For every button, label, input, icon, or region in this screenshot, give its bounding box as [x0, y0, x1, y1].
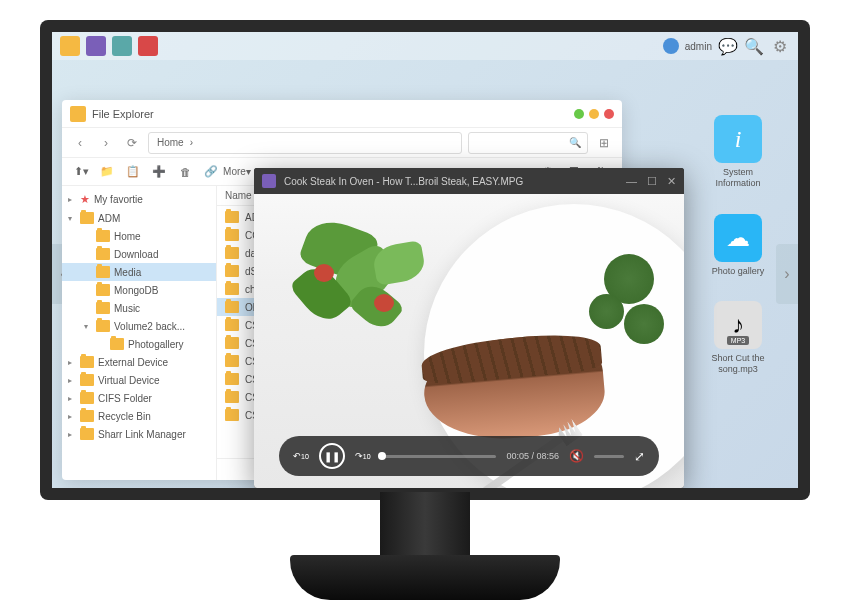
tree-item[interactable]: ▸Sharr Link Manager [62, 425, 216, 443]
folder-icon [225, 391, 239, 403]
folder-icon [110, 338, 124, 350]
maximize-button[interactable]: ☐ [647, 175, 657, 188]
minimize-button[interactable]: — [626, 175, 637, 188]
tree-toggle-icon[interactable]: ▸ [68, 358, 76, 367]
minimize-button[interactable] [574, 109, 584, 119]
desktop-icon-mp3-file[interactable]: ♪ Short Cut the song.mp3 [708, 301, 768, 375]
taskbar-app-video[interactable] [86, 36, 106, 56]
tree-toggle-icon[interactable]: ▾ [68, 214, 76, 223]
fullscreen-button[interactable]: ⤢ [634, 449, 645, 464]
file-explorer-titlebar[interactable]: File Explorer [62, 100, 622, 128]
close-button[interactable] [604, 109, 614, 119]
tree-item[interactable]: Media [62, 263, 216, 281]
skip-forward-button[interactable]: ↷10 [355, 451, 371, 461]
upload-button[interactable]: ⬆▾ [70, 162, 92, 182]
desktop-icon-label: System Information [708, 167, 768, 189]
video-title: Cook Steak In Oven - How T...Broil Steak… [284, 176, 618, 187]
tree-item[interactable]: ▸Recycle Bin [62, 407, 216, 425]
folder-icon [80, 410, 94, 422]
folder-icon [96, 284, 110, 296]
monitor-bezel: admin 💬 🔍 ⚙ ‹ › i System Information ☁ P… [40, 20, 810, 500]
desktop-icons: i System Information ☁ Photo gallery ♪ S… [708, 115, 768, 375]
close-button[interactable]: ✕ [667, 175, 676, 188]
tree-item[interactable]: MongoDB [62, 281, 216, 299]
tree-toggle-icon[interactable]: ▾ [84, 322, 92, 331]
volume-slider[interactable] [594, 455, 624, 458]
tree-toggle-icon[interactable]: ▸ [68, 195, 76, 204]
taskbar-messages-icon[interactable]: 💬 [718, 36, 738, 56]
pause-button[interactable]: ❚❚ [319, 443, 345, 469]
grid-view-button[interactable]: ⊞ [594, 133, 614, 153]
tree-toggle-icon[interactable]: ▸ [68, 376, 76, 385]
folder-icon [96, 266, 110, 278]
user-avatar-icon [663, 38, 679, 54]
tree-item-label: Home [114, 231, 141, 242]
folder-icon [96, 230, 110, 242]
tree-item[interactable]: ▾ADM [62, 209, 216, 227]
folder-icon [80, 356, 94, 368]
new-folder-button[interactable]: 📁 [96, 162, 118, 182]
desktop-icon-label: Short Cut the song.mp3 [708, 353, 768, 375]
folder-icon [96, 302, 110, 314]
folder-icon [225, 409, 239, 421]
folder-icon [80, 374, 94, 386]
taskbar-user[interactable]: admin [663, 38, 712, 54]
mp3-file-icon: ♪ [714, 301, 762, 349]
video-viewport[interactable]: ↶10 ❚❚ ↷10 00:05 / 08:56 🔇 ⤢ [254, 194, 684, 488]
volume-icon[interactable]: 🔇 [569, 449, 584, 463]
video-player-app-icon [262, 174, 276, 188]
copy-button[interactable]: 📋 [122, 162, 144, 182]
add-button[interactable]: ➕ [148, 162, 170, 182]
folder-icon [80, 428, 94, 440]
breadcrumb[interactable]: Home › [148, 132, 462, 154]
taskbar-app-music[interactable] [138, 36, 158, 56]
video-controls: ↶10 ❚❚ ↷10 00:05 / 08:56 🔇 ⤢ [279, 436, 659, 476]
taskbar-app-file-explorer[interactable] [60, 36, 80, 56]
tree-item[interactable]: Music [62, 299, 216, 317]
taskbar: admin 💬 🔍 ⚙ [52, 32, 798, 60]
folder-icon [225, 247, 239, 259]
tree-item-label: Photogallery [128, 339, 184, 350]
monitor-base [290, 555, 560, 600]
tree-item[interactable]: Photogallery [62, 335, 216, 353]
folder-icon [96, 248, 110, 260]
tree-item[interactable]: Home [62, 227, 216, 245]
tree-item[interactable]: ▸External Device [62, 353, 216, 371]
tree-item[interactable]: ▸CIFS Folder [62, 389, 216, 407]
taskbar-settings-icon[interactable]: ⚙ [770, 36, 790, 56]
delete-button[interactable]: 🗑 [174, 162, 196, 182]
tree-toggle-icon[interactable]: ▸ [68, 412, 76, 421]
video-player-titlebar[interactable]: Cook Steak In Oven - How T...Broil Steak… [254, 168, 684, 194]
tree-item[interactable]: ▾Volume2 back... [62, 317, 216, 335]
share-button[interactable]: 🔗 [200, 162, 222, 182]
desktop-icon-photo-gallery[interactable]: ☁ Photo gallery [708, 214, 768, 277]
search-input[interactable]: 🔍 [468, 132, 588, 154]
tree-item-label: MongoDB [114, 285, 158, 296]
nav-back-button[interactable]: ‹ [70, 133, 90, 153]
skip-back-button[interactable]: ↶10 [293, 451, 309, 461]
nav-forward-button[interactable]: › [96, 133, 116, 153]
tree-item-label: Download [114, 249, 158, 260]
nav-refresh-button[interactable]: ⟳ [122, 133, 142, 153]
breadcrumb-item: Home [157, 137, 184, 148]
taskbar-search-icon[interactable]: 🔍 [744, 36, 764, 56]
progress-thumb[interactable] [378, 452, 386, 460]
desktop-screen: admin 💬 🔍 ⚙ ‹ › i System Information ☁ P… [52, 32, 798, 488]
folder-icon [96, 320, 110, 332]
info-icon: i [714, 115, 762, 163]
folder-tree: ▸★My favortie▾ADMHomeDownloadMediaMongoD… [62, 186, 217, 480]
desktop-icon-system-info[interactable]: i System Information [708, 115, 768, 189]
folder-icon [80, 392, 94, 404]
tree-toggle-icon[interactable]: ▸ [68, 430, 76, 439]
tree-item[interactable]: ▸Virtual Device [62, 371, 216, 389]
tree-item[interactable]: Download [62, 245, 216, 263]
tree-item-label: Virtual Device [98, 375, 160, 386]
taskbar-app-photos[interactable] [112, 36, 132, 56]
tree-item-label: Music [114, 303, 140, 314]
progress-bar[interactable] [381, 455, 497, 458]
desktop-nav-right[interactable]: › [776, 244, 798, 304]
tree-item[interactable]: ▸★My favortie [62, 190, 216, 209]
maximize-button[interactable] [589, 109, 599, 119]
more-button[interactable]: More ▾ [226, 162, 248, 182]
tree-toggle-icon[interactable]: ▸ [68, 394, 76, 403]
